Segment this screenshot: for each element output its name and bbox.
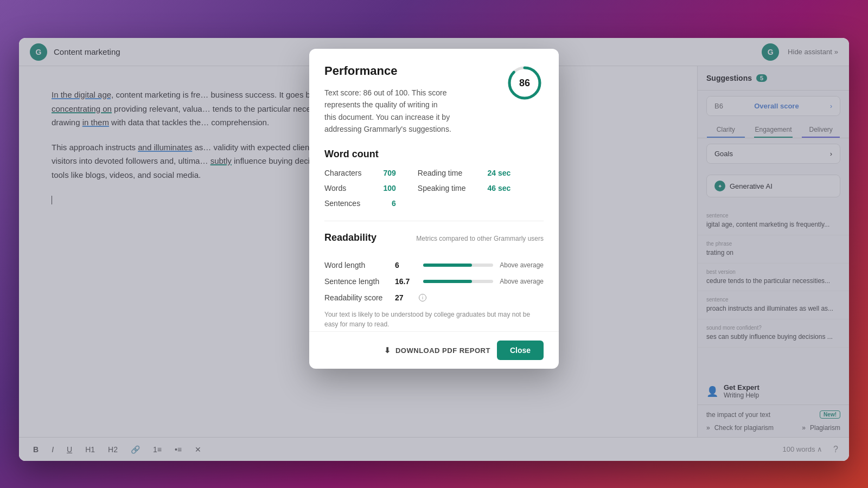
- readability-header: Readability Metrics compared to other Gr…: [324, 232, 544, 252]
- modal-footer: ⬇ DOWNLOAD PDF REPORT Close: [309, 331, 559, 369]
- stats-col-left: Characters 709 Words 100 Sentences 6: [324, 169, 396, 208]
- modal-body: Performance Text score: 86 out of 100. T…: [309, 49, 559, 331]
- modal-title: Performance: [324, 64, 451, 78]
- close-button[interactable]: Close: [497, 341, 544, 360]
- stat-words: Words 100: [324, 184, 396, 192]
- stats-col-right: Reading time 24 sec Speaking time 46 sec: [418, 169, 511, 208]
- score-description: Text score: 86 out of 100. This score re…: [324, 87, 451, 136]
- score-number: 86: [519, 78, 530, 89]
- app-window: G Content marketing G Hide assistant » I…: [19, 38, 849, 461]
- readability-word-length: Word length 6 Above average: [324, 261, 544, 269]
- score-circle: 86: [506, 64, 544, 102]
- readability-score-row: Readability score 27 i: [324, 293, 544, 302]
- modal-overlay: Performance Text score: 86 out of 100. T…: [19, 38, 849, 461]
- info-icon[interactable]: i: [419, 294, 426, 301]
- download-pdf-button[interactable]: ⬇ DOWNLOAD PDF REPORT: [384, 346, 490, 355]
- stat-reading-time: Reading time 24 sec: [418, 169, 511, 177]
- metrics-subtitle: Metrics compared to other Grammarly user…: [416, 235, 544, 242]
- readability-section-title: Readability: [324, 232, 376, 243]
- stats-grid: Characters 709 Words 100 Sentences 6: [324, 169, 544, 208]
- readability-note: Your text is likely to be understood by …: [324, 310, 544, 329]
- word-count-section-title: Word count: [324, 149, 544, 160]
- readability-sentence-length: Sentence length 16.7 Above average: [324, 277, 544, 286]
- word-length-progress: [423, 264, 493, 267]
- download-icon: ⬇: [384, 346, 391, 355]
- sentence-length-progress: [423, 280, 493, 283]
- score-description-block: Performance Text score: 86 out of 100. T…: [324, 64, 506, 149]
- performance-modal: Performance Text score: 86 out of 100. T…: [309, 49, 559, 369]
- stat-characters: Characters 709: [324, 169, 396, 177]
- stat-sentences: Sentences 6: [324, 199, 396, 208]
- modal-header-row: Performance Text score: 86 out of 100. T…: [324, 64, 544, 149]
- stat-speaking-time: Speaking time 46 sec: [418, 184, 511, 192]
